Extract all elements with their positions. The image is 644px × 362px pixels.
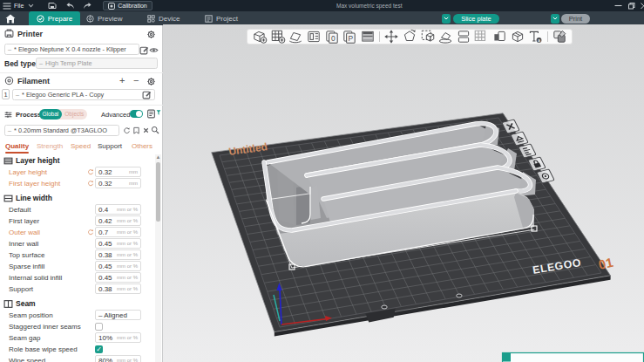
- svg-text:01: 01: [597, 255, 614, 272]
- svg-text:0: 0: [331, 34, 336, 43]
- svg-text:P: P: [349, 34, 354, 43]
